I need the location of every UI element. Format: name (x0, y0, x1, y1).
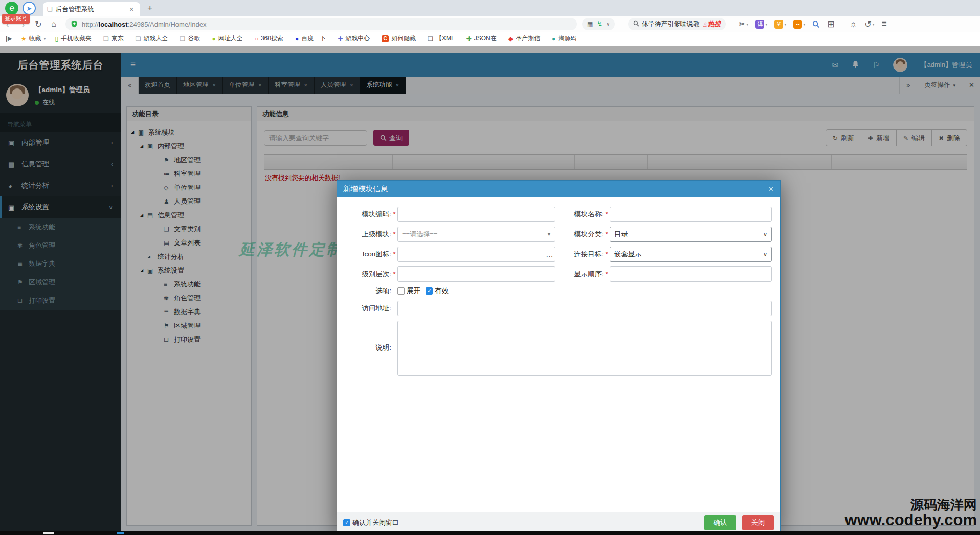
ring-icon: ○ (255, 35, 258, 42)
bookmark-item[interactable]: ❏ 【XML (423, 34, 461, 43)
hot-search-badge[interactable]: ♨热搜 (702, 20, 721, 29)
url-extras: ▦ ↯ ∨ (582, 18, 615, 30)
bookmark-item[interactable]: ● 百度一下 (291, 34, 333, 43)
link-target-select[interactable]: 嵌套显示 ∨ (610, 247, 772, 262)
dialog-footer: 确认并关闭窗口 确认 关闭 (337, 512, 780, 532)
page-favicon-icon: ❏ (47, 6, 53, 13)
module-name-input[interactable] (610, 207, 772, 222)
field-label: 选项: (347, 286, 391, 296)
diamond-icon: ◆ (508, 35, 513, 42)
home-icon[interactable]: ⌂ (46, 19, 61, 29)
page-icon: ❏ (136, 35, 141, 42)
plusmark-icon: ✚ (338, 35, 343, 42)
extras-chevron-icon[interactable]: ∨ (606, 21, 610, 27)
game-center-icon[interactable]: ••▾ (793, 20, 805, 29)
url-scheme: http:// (82, 20, 99, 28)
level-input[interactable] (397, 266, 555, 282)
options-row: 选项: * 展开 有效 (347, 286, 772, 296)
bookmark-item[interactable]: ★ 收藏 ▾ (16, 34, 51, 43)
toolbar-divider (842, 20, 842, 28)
dialog-title: 新增模块信息 (343, 184, 388, 194)
confirm-button[interactable]: 确认 (704, 515, 736, 530)
bookmarks-bar: ❙▶ ★ 收藏 ▾ ▯ 手机收藏夹 ❏ 京东 ❏ 游戏大全 (0, 32, 980, 46)
bookmark-item[interactable]: ◆ 孕产期信 (504, 34, 547, 43)
confirm-close-label[interactable]: 确认并关闭窗口 (352, 518, 399, 527)
find-icon[interactable] (812, 20, 820, 28)
expand-checkbox[interactable] (397, 287, 405, 295)
star-icon: ★ (21, 35, 27, 42)
dialog-header[interactable]: 新增模块信息 ✕ (337, 181, 780, 197)
wallet-icon[interactable]: ¥▾ (774, 20, 786, 29)
combo-caret-icon[interactable]: ▼ (543, 227, 555, 241)
dot-icon: ● (552, 35, 555, 42)
valid-checkbox[interactable] (426, 287, 433, 295)
bookmark-item[interactable]: ● 淘源码 (547, 34, 584, 43)
browser-menu-icon[interactable]: ≡ (882, 19, 887, 29)
browser-search[interactable]: 休学待产引爹味说教 ♨热搜 (628, 18, 726, 30)
bookmark-item[interactable]: ❏ 谷歌 (175, 34, 208, 43)
tab-close-icon[interactable]: ✕ (127, 5, 136, 14)
search-icon (633, 20, 639, 28)
page-icon: ❏ (180, 35, 186, 42)
url-bar[interactable]: http://localhost:24985/Admin/Home/Index (65, 18, 577, 30)
theme-sun-icon[interactable]: ☼ (850, 19, 858, 29)
required-asterisk: * (391, 251, 397, 258)
field-label: 模块名称: (560, 210, 604, 219)
url-host: localhost (99, 20, 128, 28)
select-caret-icon: ∨ (759, 231, 771, 238)
module-category-select[interactable]: 目录 ∨ (610, 227, 772, 242)
bookmark-item[interactable]: ✚ 游戏中心 (333, 34, 377, 43)
bookmark-item[interactable]: ○ 360搜索 (250, 34, 291, 43)
browser-tools: ✂▾ 译▾ ¥▾ ••▾ ⊞ ☼ ↺▾ ≡ (739, 19, 887, 30)
screenshot-scissors-icon[interactable]: ✂▾ (739, 19, 749, 29)
bookmark-item[interactable]: ❏ 游戏大全 (131, 34, 175, 43)
taskbar-edge (0, 531, 980, 535)
browser-tab-strip: ℮ ➤ ❏ 后台管理系统 ✕ + 登录账号 (0, 0, 980, 16)
browser-send-icon[interactable]: ➤ (23, 2, 36, 15)
icon-picker-input[interactable]: ... (397, 247, 555, 262)
dot-icon: ● (295, 35, 299, 42)
dialog-close-icon[interactable]: ✕ (768, 185, 774, 193)
add-module-dialog: 新增模块信息 ✕ 模块编码: * 模块名称: * (337, 180, 781, 533)
search-hot-text[interactable]: 休学待产引爹味说教 (642, 20, 700, 29)
expand-checkbox-label[interactable]: 展开 (407, 286, 420, 296)
bookmark-item[interactable]: ▯ 手机收藏夹 (50, 34, 99, 43)
select-caret-icon: ∨ (759, 251, 771, 258)
valid-checkbox-label[interactable]: 有效 (435, 286, 449, 296)
required-asterisk: * (391, 211, 397, 218)
browser-tab[interactable]: ❏ 后台管理系统 ✕ (43, 2, 140, 16)
bookmark-item[interactable]: ❏ 京东 (99, 34, 131, 43)
screen: ℮ ➤ ❏ 后台管理系统 ✕ + 登录账号 ‹ › ↻ ⌂ http://loc… (0, 0, 980, 535)
required-asterisk: * (391, 231, 397, 238)
url-input[interactable] (397, 301, 772, 316)
browser-360-logo-icon[interactable]: ℮ (5, 2, 18, 15)
close-button[interactable]: 关闭 (742, 515, 774, 530)
bookmark-item[interactable]: ● 网址大全 (207, 34, 250, 43)
phone-icon: ▯ (55, 35, 58, 42)
confirm-close-checkbox[interactable] (343, 519, 350, 526)
translate-icon[interactable]: 译▾ (755, 20, 767, 29)
bookmark-item[interactable]: C 如何隐藏 (377, 34, 423, 43)
undo-icon[interactable]: ↺▾ (864, 19, 874, 29)
bookmark-item[interactable]: ✤ JSON在 (462, 34, 504, 43)
bookmarks-collapse-icon[interactable]: ❙▶ (4, 35, 11, 42)
browser-tab-title: 后台管理系统 (56, 5, 127, 14)
speed-bolt-icon[interactable]: ↯ (597, 20, 602, 28)
parent-module-combobox[interactable]: ==请选择== ▼ (397, 227, 555, 242)
field-label: 模块编码: (347, 210, 391, 219)
reader-grid-icon[interactable]: ▦ (587, 20, 593, 28)
login-badge[interactable]: 登录账号 (2, 14, 30, 24)
security-shield-icon (71, 20, 78, 28)
field-label: 级别层次: (347, 270, 391, 279)
site-watermark: 源码海洋网 www.codehy.com (845, 498, 977, 529)
new-tab-button[interactable]: + (147, 3, 153, 14)
web-page: 后台管理系统后台 ≡ ✉ ⚐ 【admin】管理员 【admin】管理员 在线 (0, 46, 980, 535)
dot-icon: ● (212, 35, 215, 42)
description-textarea[interactable] (397, 321, 772, 376)
field-label: 连接目标: (560, 250, 604, 259)
reload-icon[interactable]: ↻ (31, 19, 46, 29)
more-icon[interactable]: ... (545, 251, 555, 258)
module-code-input[interactable] (397, 207, 555, 222)
apps-grid-icon[interactable]: ⊞ (827, 19, 834, 30)
display-order-input[interactable] (610, 266, 772, 282)
